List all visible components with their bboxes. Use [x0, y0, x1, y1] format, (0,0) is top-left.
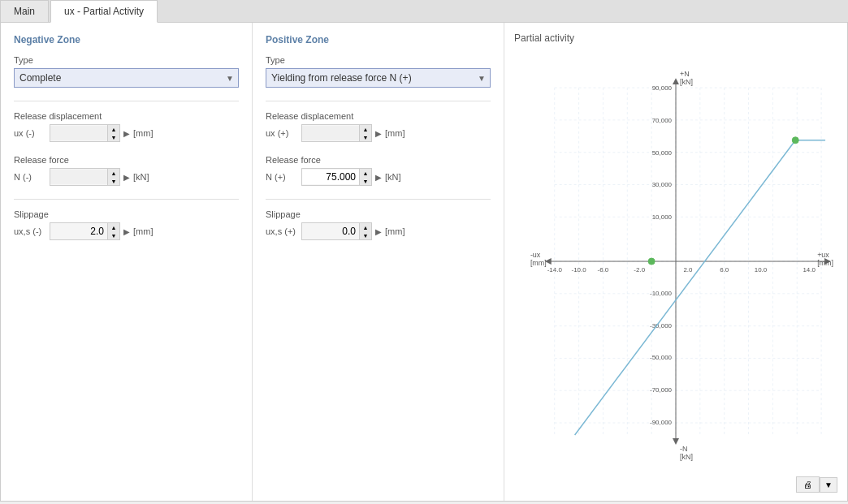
negative-ux-input[interactable] [50, 126, 107, 140]
svg-text:10.0: 10.0 [755, 266, 768, 274]
svg-text:2.0: 2.0 [683, 266, 693, 274]
divider-2 [14, 199, 239, 200]
divider-1 [14, 101, 239, 101]
negative-n-spin: ▲ ▼ [107, 169, 119, 185]
negative-release-displacement-label: Release displacement [14, 111, 239, 121]
positive-n-input-wrapper: ▲ ▼ [301, 168, 372, 186]
negative-release-force-label: Release force [14, 155, 239, 165]
chart-svg: +N [kN] -N [kN] +ux [mm] -ux [mm] -14.0 … [514, 50, 837, 480]
negative-ux-row: ux (-) ▲ ▼ ▶ [mm] [14, 124, 239, 142]
svg-text:10,000: 10,000 [652, 213, 673, 221]
divider-3 [266, 101, 491, 101]
tab-partial-activity[interactable]: ux - Partial Activity [50, 0, 158, 23]
positive-uxs-spin: ▲ ▼ [359, 223, 371, 239]
svg-text:6.0: 6.0 [720, 266, 729, 274]
negative-uxs-spin: ▲ ▼ [107, 223, 119, 239]
negative-type-select[interactable]: Complete Yielding from release force N (… [14, 68, 239, 88]
y-neg-label: -N [680, 445, 687, 453]
positive-zone-panel: Positive Zone Type Complete Yielding fro… [253, 23, 504, 501]
positive-ux-input[interactable] [302, 126, 359, 140]
chart-point-neg-slippage [648, 258, 655, 265]
positive-uxs-input[interactable] [302, 224, 359, 239]
x-pos-unit: [mm] [817, 259, 833, 267]
tab-main[interactable]: Main [0, 0, 49, 22]
negative-n-row: N (-) ▲ ▼ ▶ [kN] [14, 168, 239, 186]
negative-type-group: Type Complete Yielding from release forc… [14, 55, 239, 88]
positive-release-force-group: Release force N (+) ▲ ▼ ▶ [kN] [266, 155, 491, 186]
negative-release-force-group: Release force N (-) ▲ ▼ ▶ [kN] [14, 155, 239, 186]
positive-uxs-row: ux,s (+) ▲ ▼ ▶ [mm] [266, 222, 491, 240]
positive-uxs-arrow[interactable]: ▶ [375, 227, 382, 236]
print-button[interactable]: 🖨 [796, 476, 820, 493]
x-neg-unit: [mm] [530, 259, 547, 267]
positive-n-spin-up[interactable]: ▲ [360, 169, 371, 177]
tab-bar: Main ux - Partial Activity [0, 0, 848, 23]
divider-4 [266, 199, 491, 200]
negative-ux-input-wrapper: ▲ ▼ [50, 124, 120, 142]
positive-n-label: N (+) [266, 172, 298, 182]
positive-uxs-spin-down[interactable]: ▼ [360, 231, 371, 239]
print-dropdown-button[interactable]: ▼ [820, 477, 837, 493]
negative-n-input[interactable] [50, 170, 107, 184]
positive-ux-spin-up[interactable]: ▲ [360, 125, 371, 133]
svg-text:14.0: 14.0 [803, 266, 816, 274]
chart-line-diagonal [575, 140, 796, 435]
bottom-toolbar: 🖨 ▼ [790, 472, 844, 498]
positive-ux-label: ux (+) [266, 128, 298, 138]
svg-text:-90,000: -90,000 [650, 419, 673, 426]
y-pos-unit: [kN] [680, 78, 693, 86]
positive-ux-spin: ▲ ▼ [359, 125, 371, 141]
positive-type-select-wrapper: Complete Yielding from release force N (… [266, 68, 491, 88]
negative-ux-spin-up[interactable]: ▲ [108, 125, 119, 133]
negative-zone-panel: Negative Zone Type Complete Yielding fro… [1, 23, 253, 501]
negative-uxs-unit: [mm] [133, 226, 153, 236]
positive-uxs-spin-up[interactable]: ▲ [360, 223, 371, 231]
positive-ux-arrow[interactable]: ▶ [375, 129, 382, 138]
y-pos-label: +N [680, 70, 690, 78]
svg-marker-25 [673, 78, 679, 84]
positive-n-input[interactable] [302, 170, 359, 184]
svg-text:90,000: 90,000 [652, 84, 673, 92]
positive-n-unit: [kN] [385, 172, 401, 182]
negative-ux-arrow[interactable]: ▶ [123, 129, 130, 138]
positive-ux-row: ux (+) ▲ ▼ ▶ [mm] [266, 124, 491, 142]
positive-ux-spin-down[interactable]: ▼ [360, 133, 371, 141]
negative-uxs-spin-down[interactable]: ▼ [108, 231, 119, 239]
svg-text:-10.0: -10.0 [572, 266, 587, 274]
negative-zone-title: Negative Zone [14, 34, 239, 45]
negative-n-spin-up[interactable]: ▲ [108, 169, 119, 177]
positive-type-label: Type [266, 55, 491, 65]
svg-text:70,000: 70,000 [652, 117, 673, 124]
positive-n-spin-down[interactable]: ▼ [360, 177, 371, 185]
svg-marker-26 [673, 438, 679, 445]
chart-title: Partial activity [514, 32, 837, 44]
positive-uxs-unit: [mm] [385, 226, 405, 236]
negative-uxs-arrow[interactable]: ▶ [123, 227, 130, 236]
positive-type-group: Type Complete Yielding from release forc… [266, 55, 491, 88]
negative-uxs-label: ux,s (-) [14, 226, 46, 236]
negative-n-arrow[interactable]: ▶ [123, 173, 130, 182]
negative-uxs-spin-up[interactable]: ▲ [108, 223, 119, 231]
svg-text:30,000: 30,000 [652, 181, 673, 188]
negative-ux-spin-down[interactable]: ▼ [108, 133, 119, 141]
chart-container: +N [kN] -N [kN] +ux [mm] -ux [mm] -14.0 … [514, 50, 837, 480]
positive-type-select[interactable]: Complete Yielding from release force N (… [266, 68, 491, 88]
negative-n-input-wrapper: ▲ ▼ [50, 168, 120, 186]
negative-ux-label: ux (-) [14, 128, 46, 138]
positive-n-row: N (+) ▲ ▼ ▶ [kN] [266, 168, 491, 186]
negative-type-select-wrapper: Complete Yielding from release force N (… [14, 68, 239, 88]
positive-n-arrow[interactable]: ▶ [375, 173, 382, 182]
negative-n-label: N (-) [14, 172, 46, 182]
svg-text:50,000: 50,000 [652, 149, 673, 157]
negative-uxs-input[interactable] [50, 224, 107, 239]
svg-text:-70,000: -70,000 [650, 386, 673, 394]
positive-release-displacement-group: Release displacement ux (+) ▲ ▼ ▶ [mm] [266, 111, 491, 142]
negative-ux-spin: ▲ ▼ [107, 125, 119, 141]
positive-n-spin: ▲ ▼ [359, 169, 371, 185]
negative-type-label: Type [14, 55, 239, 65]
positive-ux-unit: [mm] [385, 128, 405, 138]
negative-n-spin-down[interactable]: ▼ [108, 177, 119, 185]
x-pos-label: +ux [817, 251, 829, 259]
positive-uxs-label: ux,s (+) [266, 226, 298, 236]
negative-uxs-input-wrapper: ▲ ▼ [50, 222, 120, 240]
